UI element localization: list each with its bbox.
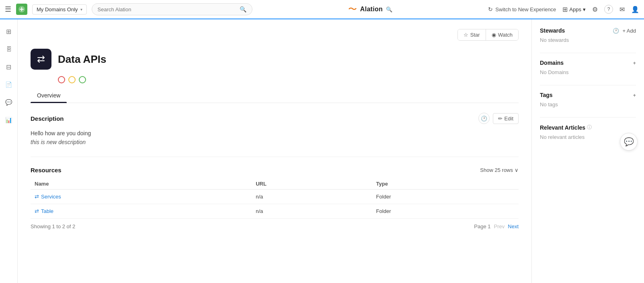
comment-fab-icon: 💬 [624,137,634,147]
description-edit-button[interactable]: ✏ Edit [493,113,519,124]
chat-icon: 💬 [5,99,12,105]
star-icon: ☆ [464,32,468,38]
watch-icon: ◉ [492,32,496,38]
resource-url-cell: n/a [252,189,372,204]
col-url-header: URL [252,178,372,190]
status-dots [58,76,519,83]
divider-1 [540,53,636,53]
database-icon: 🗄 [6,46,12,52]
search-input[interactable] [98,6,236,12]
description-section: Description 🕐 ✏ Edit Hello how are you d… [31,103,519,157]
star-button[interactable]: ☆ Star [458,29,486,40]
apps-chevron-icon: ▾ [583,6,586,12]
tags-add-button[interactable]: + [633,92,636,98]
resource-url-cell: n/a [252,204,372,218]
page-header: ⇄ Data APIs [31,49,519,70]
help-icon[interactable]: ? [604,5,613,14]
domains-add-button[interactable]: + [633,60,636,66]
stewards-history-icon[interactable]: 🕐 [613,28,619,34]
divider-2 [540,85,636,85]
tags-header: Tags + [540,92,636,98]
notifications-icon[interactable]: ✉ [619,6,625,13]
description-title: Description [31,115,64,122]
status-dot-yellow[interactable] [68,76,76,83]
table-footer: Showing 1 to 2 of 2 Page 1 Prev Next [31,223,519,229]
domain-chevron-icon: ▾ [80,7,82,12]
search-icon: 🔍 [240,6,246,12]
stewards-section: Stewards 🕐 + Add No stewards [540,27,636,43]
document-icon: 📄 [5,81,12,88]
description-text-line1: Hello how are you doing [31,129,519,138]
apps-button[interactable]: ⊞ Apps ▾ [562,6,586,13]
brand-search-icon: 🔍 [386,6,392,12]
tab-overview[interactable]: Overview [31,88,67,103]
sidebar-item-database[interactable]: 🗄 [2,42,16,56]
alation-brand-icon: 〜 [348,3,357,15]
page-title: Data APIs [58,53,106,66]
watch-button[interactable]: ◉ Watch [486,29,518,40]
divider-3 [540,117,636,118]
stewards-add-button[interactable]: + Add [622,28,636,34]
domain-label: My Domains Only [37,6,78,12]
star-watch-group: ☆ Star ◉ Watch [457,29,519,41]
description-history-button[interactable]: 🕐 [478,113,490,124]
resources-header: Resources Show 25 rows ∨ [31,157,519,174]
left-sidebar: ⊞ 🗄 ⊟ 📄 💬 📊 [0,19,18,283]
stewards-header: Stewards 🕐 + Add [540,27,636,34]
page-tabs: Overview [31,88,519,103]
stewards-empty-text: No stewards [540,37,636,43]
settings-icon[interactable]: ⚙ [592,6,598,13]
sidebar-item-analytics[interactable]: 📊 [2,113,16,127]
description-actions: 🕐 ✏ Edit [478,113,519,124]
star-watch-bar: ☆ Star ◉ Watch [31,29,519,41]
services-label: Services [41,194,61,200]
comment-fab-button[interactable]: 💬 [620,133,638,151]
resources-title: Resources [31,167,62,174]
nav-center: 〜 Alation 🔍 [257,3,484,15]
domains-section: Domains + No Domains [540,60,636,75]
pagination: Page 1 Prev Next [474,223,519,229]
analytics-icon: 📊 [5,117,12,123]
tags-empty-text: No tags [540,101,636,107]
apps-grid-icon: ⊞ [562,6,568,13]
show-rows-button[interactable]: Show 25 rows ∨ [480,167,519,173]
nav-right-group: ↻ Switch to New Experience ⊞ Apps ▾ ⚙ ? … [488,5,639,14]
stewards-title: Stewards [540,27,565,34]
main-wrapper: ☆ Star ◉ Watch ⇄ Data APIs Overvi [18,19,644,283]
services-link[interactable]: ⇄ Services [35,194,248,200]
prev-button[interactable]: Prev [494,223,505,229]
content-area: ☆ Star ◉ Watch ⇄ Data APIs Overvi [18,19,531,283]
sidebar-item-table[interactable]: ⊟ [2,60,16,74]
edit-pencil-icon: ✏ [498,116,502,122]
refresh-icon: ↻ [488,6,493,12]
relevant-articles-info-icon[interactable]: ⓘ [587,124,592,131]
resources-section: Resources Show 25 rows ∨ Name URL Type [31,157,519,229]
page-number: Page 1 [474,223,490,229]
table-row: ⇄ Table n/a Folder [31,204,519,218]
domain-selector[interactable]: My Domains Only ▾ [32,4,87,14]
user-icon[interactable]: 👤 [631,6,639,13]
show-rows-chevron-icon: ∨ [515,167,519,173]
star-label: Star [470,32,480,38]
search-bar[interactable]: 🔍 [92,3,252,15]
sidebar-item-document[interactable]: 📄 [2,77,16,92]
logo [16,4,27,15]
relevant-articles-header: Relevant Articles ⓘ [540,124,636,131]
folder-icon-table: ⇄ [35,208,39,214]
resources-table: Name URL Type ⇄ Services n/a [31,178,519,219]
show-rows-label: Show 25 rows [480,167,513,173]
table-link[interactable]: ⇄ Table [35,208,248,214]
next-button[interactable]: Next [508,223,519,229]
description-header: Description 🕐 ✏ Edit [31,113,519,124]
sidebar-item-chat[interactable]: 💬 [2,95,16,109]
description-text-line2: this is new description [31,138,519,147]
sidebar-item-catalog[interactable]: ⊞ [2,24,16,39]
col-type-header: Type [372,178,519,190]
tags-title: Tags [540,92,553,98]
table-row: ⇄ Services n/a Folder [31,189,519,204]
hamburger-menu[interactable]: ☰ [5,5,11,14]
status-dot-red[interactable] [58,76,65,83]
switch-experience-button[interactable]: ↻ Switch to New Experience [488,6,556,12]
status-dot-green[interactable] [79,76,86,83]
catalog-icon: ⊞ [6,28,11,35]
